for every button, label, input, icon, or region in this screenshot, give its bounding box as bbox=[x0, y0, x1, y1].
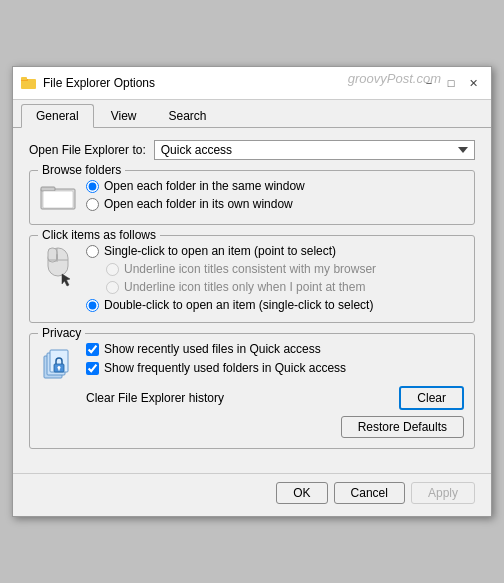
browse-folders-label: Browse folders bbox=[38, 163, 125, 177]
frequent-folders-row: Show frequently used folders in Quick ac… bbox=[86, 361, 464, 375]
browse-own-window-row: Open each folder in its own window bbox=[86, 197, 305, 211]
single-click-label: Single-click to open an item (point to s… bbox=[104, 244, 336, 258]
apply-button[interactable]: Apply bbox=[411, 482, 475, 504]
frequent-folders-label: Show frequently used folders in Quick ac… bbox=[104, 361, 346, 375]
browse-folders-group: Browse folders Open each folder in the s… bbox=[29, 170, 475, 225]
restore-defaults-button[interactable]: Restore Defaults bbox=[341, 416, 464, 438]
window-title: File Explorer Options bbox=[43, 76, 155, 90]
svg-rect-2 bbox=[21, 77, 27, 80]
frequent-folders-checkbox[interactable] bbox=[86, 362, 99, 375]
underline-point-label: Underline icon titles only when I point … bbox=[124, 280, 365, 294]
svg-marker-11 bbox=[62, 274, 70, 286]
svg-rect-5 bbox=[43, 191, 73, 208]
browse-radio-group: Open each folder in the same window Open… bbox=[86, 179, 305, 211]
underline-point-row: Underline icon titles only when I point … bbox=[106, 280, 376, 294]
click-items-group: Click items as follows bbox=[29, 235, 475, 323]
double-click-radio[interactable] bbox=[86, 299, 99, 312]
double-click-row: Double-click to open an item (single-cli… bbox=[86, 298, 376, 312]
tabs: General View Search bbox=[13, 100, 491, 128]
privacy-checkbox-group: Show recently used files in Quick access… bbox=[86, 342, 464, 410]
click-items-label: Click items as follows bbox=[38, 228, 160, 242]
single-click-row: Single-click to open an item (point to s… bbox=[86, 244, 376, 258]
open-to-row: Open File Explorer to: Quick access bbox=[29, 140, 475, 160]
svg-rect-4 bbox=[41, 187, 55, 191]
open-to-label: Open File Explorer to: bbox=[29, 143, 146, 157]
privacy-icon bbox=[40, 344, 76, 388]
browse-own-window-radio[interactable] bbox=[86, 198, 99, 211]
single-click-radio[interactable] bbox=[86, 245, 99, 258]
clear-button[interactable]: Clear bbox=[399, 386, 464, 410]
ok-button[interactable]: OK bbox=[276, 482, 327, 504]
browse-own-window-label: Open each folder in its own window bbox=[104, 197, 293, 211]
click-icon bbox=[40, 246, 76, 290]
tab-content-general: Open File Explorer to: Quick access Brow… bbox=[13, 128, 491, 467]
double-click-label: Double-click to open an item (single-cli… bbox=[104, 298, 373, 312]
minimize-button[interactable]: − bbox=[419, 73, 439, 93]
recent-files-row: Show recently used files in Quick access bbox=[86, 342, 464, 356]
recent-files-checkbox[interactable] bbox=[86, 343, 99, 356]
clear-history-row: Clear File Explorer history Clear bbox=[86, 386, 464, 410]
tab-view[interactable]: View bbox=[96, 104, 152, 127]
cancel-button[interactable]: Cancel bbox=[334, 482, 405, 504]
underline-point-radio[interactable] bbox=[106, 281, 119, 294]
underline-browser-label: Underline icon titles consistent with my… bbox=[124, 262, 376, 276]
clear-history-label: Clear File Explorer history bbox=[86, 391, 224, 405]
underline-browser-row: Underline icon titles consistent with my… bbox=[106, 262, 376, 276]
click-radio-group: Single-click to open an item (point to s… bbox=[86, 244, 376, 312]
privacy-label: Privacy bbox=[38, 326, 85, 340]
title-bar-controls: − □ ✕ bbox=[419, 73, 483, 93]
recent-files-label: Show recently used files in Quick access bbox=[104, 342, 321, 356]
underline-browser-radio[interactable] bbox=[106, 263, 119, 276]
window-icon bbox=[21, 75, 37, 91]
svg-rect-10 bbox=[56, 254, 58, 260]
privacy-content: Show recently used files in Quick access… bbox=[40, 342, 464, 410]
open-to-select[interactable]: Quick access bbox=[154, 140, 475, 160]
browse-folder-icon bbox=[40, 183, 76, 211]
browse-same-window-label: Open each folder in the same window bbox=[104, 179, 305, 193]
maximize-button[interactable]: □ bbox=[441, 73, 461, 93]
title-bar: File Explorer Options groovyPost.com − □… bbox=[13, 67, 491, 100]
tab-search[interactable]: Search bbox=[154, 104, 222, 127]
browse-same-window-row: Open each folder in the same window bbox=[86, 179, 305, 193]
click-icon-box bbox=[40, 244, 76, 293]
tab-general[interactable]: General bbox=[21, 104, 94, 128]
svg-rect-17 bbox=[58, 369, 59, 371]
footer: OK Cancel Apply bbox=[13, 473, 491, 516]
close-button[interactable]: ✕ bbox=[463, 73, 483, 93]
title-bar-left: File Explorer Options bbox=[21, 75, 155, 91]
click-items-content: Single-click to open an item (point to s… bbox=[40, 244, 464, 312]
folder-icon-box bbox=[40, 183, 76, 214]
restore-row: Restore Defaults bbox=[40, 416, 464, 438]
privacy-icon-box bbox=[40, 342, 76, 391]
browse-folders-content: Open each folder in the same window Open… bbox=[40, 179, 464, 214]
privacy-group: Privacy bbox=[29, 333, 475, 449]
dialog-window: File Explorer Options groovyPost.com − □… bbox=[12, 66, 492, 517]
browse-same-window-radio[interactable] bbox=[86, 180, 99, 193]
